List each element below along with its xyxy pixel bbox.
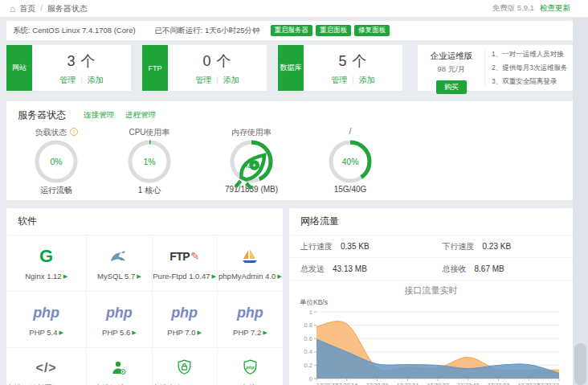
website-manage-link[interactable]: 管理 — [59, 76, 76, 84]
gauge-disk-root: / 40% 15G/40G — [302, 127, 398, 196]
system-info-bar: 系统: CentOS Linux 7.4.1708 (Core) 已不间断运行:… — [6, 21, 573, 40]
website-count: 3 个 — [32, 51, 131, 71]
svg-text:0.6: 0.6 — [304, 335, 312, 342]
traffic-chart: 00.20.40.60.8117:32:1117:32:1617:32:2017… — [297, 308, 565, 385]
nginx-logo-icon: G — [39, 247, 53, 266]
buy-button[interactable]: 购买 — [436, 80, 467, 94]
software-item-nginx[interactable]: G Nginx 1.12▶ — [6, 236, 87, 292]
connections-link[interactable]: 连接管理 — [84, 110, 114, 121]
load-donut: 0% — [35, 140, 78, 183]
database-card-tab: 数据库 — [278, 45, 304, 91]
svg-text:1: 1 — [309, 309, 312, 316]
ftp-add-link[interactable]: 添加 — [223, 76, 239, 84]
version-label: 免费版 5.9.1 — [492, 3, 534, 14]
promo-point: 1、一对一运维人员对接 — [492, 50, 568, 59]
ftp-manage-link[interactable]: 管理 — [195, 76, 211, 84]
code-icon: </> — [36, 358, 57, 378]
gauge-load: 负载状态? 0% 运行流畅 — [14, 127, 98, 196]
mysql-dolphin-icon — [109, 247, 129, 266]
running-play-icon: ▶ — [137, 273, 141, 279]
database-add-link[interactable]: 添加 — [359, 76, 375, 84]
gauge-memory: 内存使用率 43% 791/1839 (MB) — [201, 127, 302, 196]
php-logo-icon: php — [106, 303, 133, 322]
shield-php-icon: php — [243, 358, 258, 378]
php-logo-icon: php — [33, 303, 59, 322]
database-manage-link[interactable]: 管理 — [331, 76, 347, 84]
svg-text:0.8: 0.8 — [304, 322, 312, 329]
enterprise-promo-card: 企业运维版 98 元/月 购买 1、一对一运维人员对接 2、提供每月3次运维服务… — [418, 45, 573, 91]
database-card: 数据库 5 个 管理|添加 — [278, 45, 402, 91]
scrollbar-thumb[interactable] — [574, 343, 586, 385]
software-item-pureftpd[interactable]: FTP✎ Pure-Ftpd 1.0.47▶ — [153, 236, 218, 292]
website-card-tab: 网站 — [6, 45, 32, 91]
breadcrumb-separator: / — [40, 4, 43, 13]
server-status-panel: 服务器状态 连接管理 进程管理 负载状态? 0% 运行流畅 CPU使用率 1% … — [6, 101, 573, 200]
restart-server-button[interactable]: 重启服务器 — [271, 25, 313, 36]
promo-point: 3、双重安全隔离登录 — [492, 77, 568, 87]
ftp-card-tab: FTP — [142, 45, 168, 91]
os-label: 系统: CentOS Linux 7.4.1708 (Core) — [13, 26, 136, 36]
ftp-count: 0 个 — [168, 51, 267, 71]
website-card: 网站 3 个 管理|添加 — [6, 45, 131, 91]
memory-donut[interactable]: 43% — [230, 140, 273, 183]
svg-text:php: php — [245, 365, 255, 370]
help-icon[interactable]: ? — [70, 128, 78, 136]
upstream-speed: 上行速度0.35 KB — [289, 241, 431, 252]
running-play-icon: ▶ — [132, 330, 136, 335]
promo-price: 98 元/月 — [423, 64, 480, 75]
running-play-icon: ▶ — [59, 330, 63, 335]
check-update-link[interactable]: 检查更新 — [540, 3, 570, 14]
total-sent: 总发送43.13 MB — [289, 264, 431, 275]
network-title: 网络流量 — [289, 208, 573, 236]
chart-title: 接口流量实时 — [289, 285, 573, 297]
php-logo-icon: php — [171, 303, 198, 322]
restart-panel-button[interactable]: 重启面板 — [316, 25, 351, 36]
gauge-cpu: CPU使用率 1% 1 核心 — [98, 127, 201, 196]
software-item-php56[interactable]: php PHP 5.6▶ — [87, 292, 152, 348]
php-logo-icon: php — [237, 303, 263, 322]
stat-cards-row: 网站 3 个 管理|添加 FTP 0 个 管理|添加 数据库 5 个 管理|添加… — [6, 45, 573, 91]
running-play-icon: ▶ — [277, 273, 281, 279]
ops-person-icon — [111, 358, 127, 378]
processes-link[interactable]: 进程管理 — [125, 110, 156, 121]
software-item-bt-ops[interactable]: 宝塔运维 1.0▶ — [87, 348, 152, 385]
promo-title: 企业运维版 — [423, 51, 480, 62]
software-item-deploy-code[interactable]: </> 宝塔一键部署源码 1.1▶ — [6, 348, 87, 385]
website-add-link[interactable]: 添加 — [88, 76, 104, 84]
ftp-logo-icon: FTP✎ — [169, 247, 199, 266]
software-item-php72[interactable]: php PHP 7.2▶ — [218, 292, 283, 348]
topbar: ⌂ 首页 / 服务器状态 免费版 5.9.1 检查更新 — [0, 0, 588, 18]
svg-text:0.2: 0.2 — [304, 362, 312, 369]
software-item-mysql[interactable]: MySQL 5.7▶ — [87, 236, 152, 292]
disk-donut: 40% — [329, 140, 372, 183]
scrollbar-track[interactable] — [573, 18, 588, 385]
cpu-donut: 1% — [128, 140, 171, 183]
network-traffic-panel: 网络流量 上行速度0.35 KB 下行速度0.23 KB 总发送43.13 MB… — [289, 208, 573, 385]
software-item-phpmyadmin[interactable]: phpMyAdmin 4.0▶ — [218, 236, 283, 292]
database-count: 5 个 — [304, 51, 402, 71]
running-play-icon: ▶ — [198, 330, 202, 335]
software-panel: 软件 G Nginx 1.12▶ MySQL 5.7▶ FTP✎ Pure-Ft… — [6, 208, 283, 385]
svg-text:0.4: 0.4 — [304, 348, 312, 355]
promo-point: 2、提供每月3次运维服务 — [492, 63, 568, 73]
repair-panel-button[interactable]: 修复面板 — [354, 25, 390, 36]
shield-lock-icon — [177, 358, 192, 378]
running-play-icon: ▶ — [212, 273, 216, 279]
running-play-icon: ▶ — [63, 273, 67, 279]
software-item-php70[interactable]: php PHP 7.0▶ — [153, 292, 218, 348]
ftp-card: FTP 0 个 管理|添加 — [142, 45, 267, 91]
software-item-php-guard[interactable]: php PHP守护 1.2▶ — [218, 348, 283, 385]
server-status-title: 服务器状态 — [18, 109, 66, 122]
total-received: 总接收8.67 MB — [431, 264, 574, 275]
software-item-secure-login[interactable]: 宝塔安全登录 1.3▶ — [153, 348, 218, 385]
uptime-label: 已不间断运行: 1天6小时25分钟 — [155, 26, 260, 36]
breadcrumb-home[interactable]: 首页 — [19, 3, 35, 14]
downstream-speed: 下行速度0.23 KB — [431, 241, 574, 252]
software-item-php54[interactable]: php PHP 5.4▶ — [6, 292, 87, 348]
chart-unit-label: 单位KB/s — [300, 298, 573, 308]
phpmyadmin-sailboat-icon — [241, 247, 259, 266]
svg-text:0: 0 — [309, 375, 312, 383]
home-icon[interactable]: ⌂ — [10, 4, 15, 14]
breadcrumb-current: 服务器状态 — [47, 3, 88, 14]
software-title: 软件 — [6, 208, 283, 236]
